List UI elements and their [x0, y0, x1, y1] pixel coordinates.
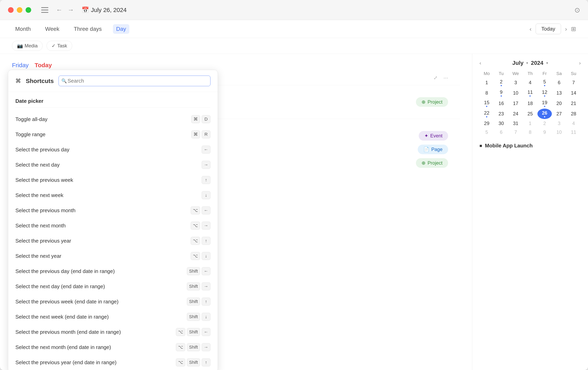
mini-cal-day[interactable]: 13	[552, 88, 566, 98]
prev-nav-button[interactable]: ‹	[530, 26, 532, 33]
shortcuts-title: Shortcuts	[26, 78, 54, 84]
mini-cal-day[interactable]: 30	[494, 119, 508, 128]
titlebar-date: 📅 July 26, 2024	[82, 6, 126, 13]
mini-cal-day[interactable]: 4	[567, 119, 581, 128]
mini-cal-day[interactable]: 1	[523, 119, 537, 128]
mini-cal-day[interactable]: 31	[508, 119, 523, 128]
tab-week[interactable]: Week	[42, 24, 63, 34]
key-badge: →	[202, 222, 210, 229]
mini-cal-day[interactable]: 14	[567, 88, 581, 98]
mini-cal-day[interactable]: 2	[537, 119, 552, 128]
shortcut-row: Select the next week (end date in range)…	[8, 309, 218, 324]
event-badge-1[interactable]: ✦ Event	[419, 131, 448, 141]
key-badge: ←	[202, 207, 210, 214]
mini-cal-day[interactable]: 15	[480, 98, 494, 109]
mini-cal-day[interactable]: 5	[480, 128, 494, 137]
mini-cal-day[interactable]: 18	[523, 98, 537, 109]
tab-day[interactable]: Day	[113, 24, 129, 34]
page-badge-1[interactable]: 📄 Page	[418, 145, 448, 154]
minimize-button[interactable]	[17, 7, 22, 13]
mini-cal-day[interactable]: 20	[552, 98, 566, 109]
mini-cal-day[interactable]: 8	[480, 88, 494, 98]
shortcut-row: Select the previous week (end date in ra…	[8, 294, 218, 309]
mini-cal-day[interactable]: 22	[480, 109, 494, 119]
expand-icon[interactable]: ⤢	[433, 75, 438, 81]
tab-three-days[interactable]: Three days	[71, 24, 105, 34]
forward-button[interactable]: →	[66, 5, 75, 14]
mini-cal-day[interactable]: 11	[523, 88, 537, 98]
mini-cal-prev-button[interactable]: ‹	[480, 60, 481, 66]
mini-cal-day[interactable]: 5	[537, 77, 552, 88]
hamburger-icon[interactable]	[41, 7, 48, 13]
key-badge: ⌥	[191, 252, 200, 260]
back-button[interactable]: ←	[54, 5, 64, 14]
mini-cal-day[interactable]: 7	[508, 128, 523, 137]
shortcut-keys: ←	[202, 146, 210, 154]
mini-cal-weekday: Mo	[480, 70, 494, 77]
shortcut-keys: →	[202, 161, 210, 169]
next-nav-button[interactable]: ›	[565, 26, 567, 33]
titlebar: ← → 📅 July 26, 2024 ⊙	[0, 0, 588, 20]
mini-cal-next-button[interactable]: ›	[579, 60, 581, 66]
mini-cal-year: 2024	[531, 60, 543, 66]
event-icon-1: ✦	[424, 133, 428, 139]
mini-cal-day[interactable]: 10	[552, 128, 566, 137]
mini-cal-day[interactable]: 19	[537, 98, 552, 109]
tab-month[interactable]: Month	[12, 24, 34, 34]
shortcut-keys: ⌥↓	[191, 252, 210, 260]
key-badge: ↑	[202, 359, 210, 366]
mini-cal-day[interactable]: 6	[552, 77, 566, 88]
maximize-button[interactable]	[26, 7, 31, 13]
shortcut-keys: Shift→	[187, 283, 210, 290]
mini-cal-day[interactable]: 12	[537, 88, 552, 98]
layout-icon[interactable]: ⊞	[571, 25, 576, 33]
view-tabs: Month Week Three days Day	[12, 24, 129, 34]
mini-cal-day[interactable]: 8	[523, 128, 537, 137]
mini-cal-day[interactable]: 25	[523, 109, 537, 119]
settings-icon[interactable]: ⊙	[574, 6, 580, 14]
shortcuts-search-input[interactable]	[59, 76, 210, 86]
today-button[interactable]: Today	[536, 24, 561, 34]
project-badge-2[interactable]: ⊕ Project	[416, 158, 448, 168]
project-icon-2: ⊕	[421, 160, 426, 166]
mini-cal-day[interactable]: 3	[552, 119, 566, 128]
right-sidebar: ‹ July ▾ 2024 ▾ › MoTuWeThFrSaSu12345678…	[472, 54, 588, 370]
mini-cal-day[interactable]: 17	[508, 98, 523, 109]
shortcut-row: Toggle all-day⌘D	[8, 112, 218, 127]
project-icon-1: ⊕	[421, 99, 426, 105]
key-badge: ⌘	[191, 131, 200, 138]
friday-label: Friday	[12, 62, 29, 69]
shortcut-keys: Shift↓	[187, 313, 210, 321]
mini-cal-day[interactable]: 11	[567, 128, 581, 137]
task-button[interactable]: ✓ Task	[47, 41, 72, 51]
mini-cal-day[interactable]: 10	[508, 88, 523, 98]
mini-cal-day[interactable]: 4	[523, 77, 537, 88]
key-badge: ↑	[202, 298, 210, 305]
media-button[interactable]: 📷 Media	[12, 41, 42, 51]
mini-cal-day[interactable]: 24	[508, 109, 523, 119]
mini-cal-year-chevron[interactable]: ▾	[546, 61, 548, 65]
more-options-icon[interactable]: ···	[443, 75, 448, 81]
mini-cal-month-chevron[interactable]: ▾	[526, 61, 528, 65]
mini-cal-day[interactable]: 9	[537, 128, 552, 137]
close-button[interactable]	[8, 7, 14, 13]
mini-cal-day[interactable]: 3	[508, 77, 523, 88]
mini-cal-day[interactable]: 2	[494, 77, 508, 88]
media-icon: 📷	[17, 43, 23, 49]
mini-cal-day[interactable]: 9	[494, 88, 508, 98]
mini-cal-day[interactable]: 28	[567, 109, 581, 119]
key-badge: ⌥	[191, 207, 200, 214]
project-badge-1[interactable]: ⊕ Project	[416, 97, 448, 107]
mini-cal-day[interactable]: 6	[494, 128, 508, 137]
shortcuts-section-divider	[15, 107, 210, 108]
mini-cal-day[interactable]: 29	[480, 119, 494, 128]
mini-cal-day[interactable]: 21	[567, 98, 581, 109]
mini-cal-day[interactable]: 27	[552, 109, 566, 119]
mini-cal-day[interactable]: 7	[567, 77, 581, 88]
titlebar-date-text: July 26, 2024	[91, 7, 126, 13]
mini-cal-day[interactable]: 23	[494, 109, 508, 119]
mini-cal-day[interactable]: 26	[537, 109, 552, 119]
mini-cal-weekday: We	[508, 70, 523, 77]
mini-cal-day[interactable]: 1	[480, 77, 494, 88]
mini-cal-day[interactable]: 16	[494, 98, 508, 109]
